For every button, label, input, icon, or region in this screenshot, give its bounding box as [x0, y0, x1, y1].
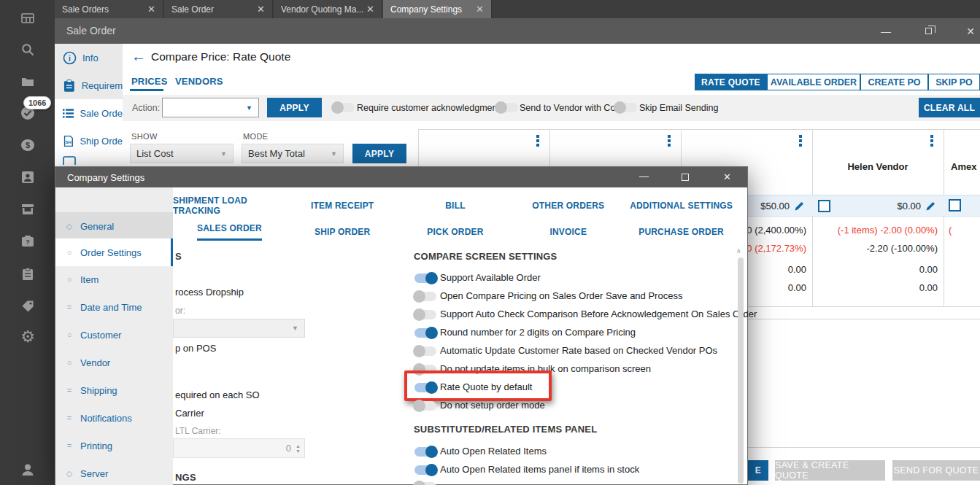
search-icon[interactable] — [19, 41, 36, 58]
tab-additional-settings[interactable]: ADDITIONAL SETTINGS — [625, 195, 738, 217]
tab-pick-order[interactable]: PICK ORDER — [399, 221, 512, 243]
gear-icon[interactable]: ⚙ — [19, 328, 36, 346]
clipboard-icon[interactable] — [19, 265, 36, 283]
mode-dropdown[interactable]: Best My Total ▼ — [242, 144, 344, 163]
available-order-button[interactable]: AVAILABLE ORDER — [767, 74, 860, 90]
folder-icon[interactable] — [19, 73, 36, 90]
show-label: SHOW — [131, 132, 158, 141]
sidebar-item-shipping[interactable]: = Shipping — [55, 376, 173, 404]
tab-company-settings[interactable]: Company Settings ✕ — [383, 0, 492, 18]
minimize-icon[interactable]: — — [639, 171, 649, 182]
rate-quote-button[interactable]: RATE QUOTE — [695, 74, 767, 90]
tab-other-orders[interactable]: OTHER ORDERS — [512, 195, 625, 217]
skip-po-button[interactable]: SKIP PO — [928, 74, 980, 90]
sidebar-item-printing[interactable]: = Printing — [55, 432, 173, 459]
close-icon[interactable]: ✕ — [476, 4, 484, 15]
setting-label-fragment: equired on each SO — [175, 389, 260, 400]
store-icon[interactable] — [19, 201, 36, 218]
tab-sale-orders[interactable]: Sale Orders ✕ — [55, 0, 163, 18]
send-for-quote-button[interactable]: SEND FOR QUOTE — [892, 460, 980, 481]
auto-check-comparison-toggle[interactable] — [414, 310, 436, 319]
tab-shipment-load-tracking[interactable]: SHIPMENT LOAD TRACKING — [173, 195, 286, 217]
save-create-quote-button[interactable]: SAVE & CREATE QUOTE — [775, 460, 885, 481]
help-photo-icon[interactable]: ? — [19, 233, 36, 250]
tab-bill[interactable]: BILL — [399, 195, 512, 217]
edit-pencil-icon[interactable] — [925, 201, 936, 212]
vendor-checkbox[interactable] — [818, 200, 830, 212]
tab-vendors[interactable]: VENDORS — [175, 76, 223, 87]
contact-icon[interactable] — [19, 168, 36, 186]
back-arrow-icon[interactable]: ← — [131, 48, 146, 65]
sidebar-item-general[interactable]: ◇ General — [55, 212, 173, 240]
tab-sale-order[interactable]: Sale Order ✕ — [164, 0, 273, 18]
auto-open-related-in-stock-toggle[interactable] — [414, 465, 436, 475]
scroll-up-icon[interactable]: ∧ — [736, 247, 741, 255]
round-number-toggle[interactable] — [414, 328, 436, 338]
auto-update-customer-rate-toggle[interactable] — [414, 346, 436, 356]
column-menu-icon[interactable] — [930, 135, 933, 138]
highlight-rectangle — [404, 370, 552, 401]
close-icon[interactable]: ✕ — [147, 4, 155, 15]
sidebar-item-date-and-time[interactable]: = Date and Time — [55, 293, 173, 321]
user-icon[interactable] — [19, 461, 36, 478]
tab-invoice[interactable]: INVOICE — [512, 221, 625, 243]
require-ack-toggle[interactable] — [333, 103, 355, 112]
send-vendor-costs-toggle[interactable] — [496, 103, 518, 112]
restore-icon[interactable] — [916, 18, 941, 44]
tab-vendor-quoting[interactable]: Vendor Quoting Ma... ✕ — [274, 0, 382, 18]
maximize-icon[interactable] — [682, 174, 689, 181]
tab-item-receipt[interactable]: ITEM RECEIPT — [286, 195, 399, 217]
sidebar-item-vendor[interactable]: ○ Vendor — [55, 349, 173, 376]
nav-item-ship-orders[interactable]: SH Ship Orde — [55, 127, 123, 155]
close-icon[interactable]: ✕ — [723, 171, 731, 182]
dashboard-icon[interactable] — [19, 9, 36, 27]
table-cell: ( — [949, 225, 952, 236]
apply-filters-button[interactable]: APPLY — [352, 144, 406, 163]
create-po-button[interactable]: CREATE PO — [860, 74, 928, 90]
tab-prices[interactable]: PRICES — [131, 76, 168, 87]
tab-purchase-order[interactable]: PURCHASE ORDER — [625, 221, 738, 243]
open-compare-pricing-toggle[interactable] — [414, 292, 436, 301]
mode-dropdown-value: Best My Total — [248, 148, 305, 159]
action-dropdown[interactable]: ▼ — [162, 98, 259, 117]
minimize-icon[interactable]: — — [873, 18, 898, 44]
window-title: Sale Order — [66, 25, 116, 36]
sidebar-item-server[interactable]: ◇ Server — [55, 459, 173, 485]
close-icon[interactable]: ✕ — [958, 18, 980, 44]
default-vendor-dropdown[interactable]: ▼ — [173, 319, 305, 338]
vendor-checkbox[interactable] — [949, 199, 961, 212]
skip-email-toggle[interactable] — [615, 103, 637, 112]
nav-item-requirements[interactable]: Requirem — [55, 71, 123, 99]
scrollbar-thumb[interactable] — [738, 257, 744, 484]
apply-button[interactable]: APPLY — [267, 98, 322, 117]
dollar-icon[interactable]: $ — [19, 136, 36, 154]
close-icon[interactable]: ✕ — [366, 4, 374, 15]
no-setup-order-mode-toggle[interactable] — [414, 401, 436, 411]
table-cell: (-1 items) -2.00 (0.00%) — [812, 225, 938, 236]
sidebar-item-customer[interactable]: ○ Customer — [55, 321, 173, 349]
save-button-partial[interactable]: E — [748, 460, 768, 481]
column-menu-icon[interactable] — [799, 135, 802, 138]
nav-label: Info — [82, 53, 99, 63]
nav-item-sale-orders[interactable]: Sale Orde — [55, 99, 123, 127]
tab-sales-order[interactable]: SALES ORDER — [173, 221, 286, 243]
nav-item-info[interactable]: i Info — [55, 44, 123, 71]
column-menu-icon[interactable] — [536, 135, 539, 138]
clear-all-button[interactable]: CLEAR ALL — [919, 98, 980, 117]
close-icon[interactable]: ✕ — [257, 4, 265, 15]
sidebar-item-item[interactable]: ○ Item — [55, 265, 173, 293]
sidebar-item-notifications[interactable]: = Notifications — [55, 404, 173, 432]
sidebar-item-order-settings[interactable]: ○ Order Settings — [55, 238, 173, 266]
support-available-order-toggle[interactable] — [414, 273, 436, 283]
show-dropdown[interactable]: List Cost ▼ — [130, 144, 234, 163]
auto-open-related-items-toggle[interactable] — [414, 447, 436, 457]
tab-ship-order[interactable]: SHIP ORDER — [286, 221, 399, 243]
spinner-arrows-icon[interactable]: ▲▼ — [296, 443, 301, 454]
partial-toggle[interactable] — [414, 482, 436, 485]
column-menu-icon[interactable] — [668, 135, 671, 138]
number-input[interactable]: 0 ▲▼ — [173, 438, 305, 458]
edit-pencil-icon[interactable] — [794, 201, 805, 212]
lines-icon: = — [65, 414, 74, 422]
nav-item-partial[interactable] — [63, 156, 76, 165]
tag-icon[interactable] — [19, 298, 36, 315]
